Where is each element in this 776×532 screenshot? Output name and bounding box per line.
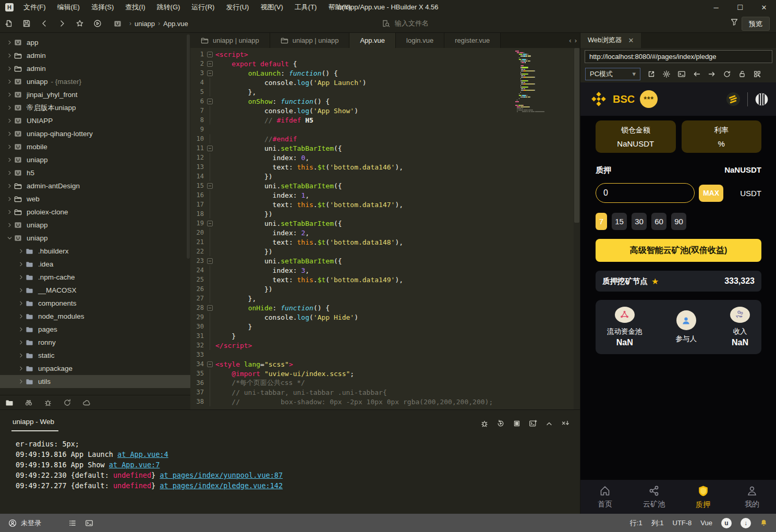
tree-item[interactable]: unpackage [0, 362, 190, 375]
cloud-pool-button[interactable]: 高级智能云矿池(双倍收益) [596, 239, 761, 262]
fold-icon[interactable]: − [207, 256, 213, 265]
chevron-right-icon[interactable] [17, 287, 26, 294]
tree-item[interactable]: uniapp [0, 153, 190, 166]
chevron-right-icon[interactable] [17, 248, 26, 255]
chevron-right-icon[interactable] [17, 261, 26, 268]
chevron-right-icon[interactable] [5, 183, 14, 189]
tree-item[interactable]: components [0, 297, 190, 310]
fold-icon[interactable]: − [207, 303, 213, 312]
forward-icon[interactable] [53, 19, 71, 28]
debug-icon[interactable] [480, 419, 489, 428]
save-icon[interactable] [18, 19, 35, 28]
amount-input[interactable] [596, 183, 695, 203]
chevron-right-icon[interactable] [5, 117, 14, 124]
chevron-right-icon[interactable] [5, 65, 14, 72]
tree-item[interactable]: pages [0, 323, 190, 336]
breadcrumb-file[interactable]: App.vue [163, 20, 188, 28]
tree-item[interactable]: mobile [0, 140, 190, 153]
chevron-right-icon[interactable] [5, 39, 14, 46]
maximize-button[interactable]: ☐ [728, 0, 752, 15]
nav-home[interactable]: 首页 [580, 480, 629, 514]
tree-item[interactable]: utils [0, 375, 190, 388]
menu-item[interactable]: 编辑(E) [52, 0, 86, 15]
statusbar-item[interactable]: UTF-8 [673, 519, 692, 527]
file-explorer-icon[interactable] [5, 398, 14, 407]
tree-item[interactable]: admin [0, 62, 190, 75]
language-globe-icon[interactable] [755, 92, 769, 106]
chevron-right-icon[interactable] [5, 196, 14, 202]
chevron-right-icon[interactable] [5, 78, 14, 85]
tree-item[interactable]: UNIAPP [0, 114, 190, 127]
fold-icon[interactable]: − [207, 68, 213, 78]
editor-tab[interactable]: login.vue [396, 32, 444, 48]
tree-item[interactable]: poloiex-clone [0, 205, 190, 219]
statusbar-item[interactable]: 行:1 [630, 518, 642, 528]
open-external-icon[interactable] [647, 70, 656, 78]
new-file-icon[interactable] [0, 19, 18, 28]
minimap[interactable] [515, 51, 572, 113]
fold-icon[interactable]: − [207, 181, 213, 190]
chevron-right-icon[interactable] [5, 130, 14, 137]
tree-item[interactable]: jinpai_yhyl_front [0, 88, 190, 101]
chevron-right-icon[interactable] [5, 104, 14, 111]
lock-icon[interactable] [738, 70, 746, 78]
tree-item[interactable]: uniapp [0, 219, 190, 232]
chevron-right-icon[interactable] [17, 365, 26, 372]
terminal-icon[interactable] [85, 519, 93, 527]
chevron-right-icon[interactable] [5, 222, 14, 228]
debug-icon[interactable] [44, 398, 52, 407]
settings-icon[interactable] [662, 70, 671, 78]
fold-icon[interactable]: − [207, 50, 213, 59]
menu-item[interactable]: 选择(S) [86, 0, 119, 15]
editor-tab[interactable]: uniapp | uniapp [190, 32, 270, 48]
code-editor[interactable]: 1−<script>2− export default {3− onLaunch… [190, 48, 580, 409]
account-badge[interactable]: *** [640, 90, 658, 108]
editor-tab[interactable]: register.vue [444, 32, 501, 48]
tree-item[interactable]: admin [0, 49, 190, 62]
uniapp-badge-icon[interactable]: u [721, 518, 732, 528]
tree-item[interactable]: uniapp-qihang-lottery [0, 127, 190, 140]
breadcrumb-project[interactable]: uniapp [135, 20, 155, 28]
menu-item[interactable]: 工具(T) [289, 0, 323, 15]
tree-item[interactable]: h5 [0, 166, 190, 179]
console-source-link[interactable]: at App.vue:7 [109, 461, 160, 469]
refresh-icon[interactable] [723, 70, 731, 78]
download-icon[interactable]: ↓ [741, 518, 751, 528]
collapse-icon[interactable] [545, 419, 553, 428]
tree-item[interactable]: admin-antDesign [0, 179, 190, 192]
chevron-right-icon[interactable] [5, 209, 14, 215]
stop-icon[interactable] [513, 419, 521, 428]
nav-user[interactable]: 我的 [728, 480, 776, 514]
fold-icon[interactable]: − [207, 359, 213, 369]
nav-forward-icon[interactable] [708, 70, 716, 78]
chevron-right-icon[interactable] [5, 156, 14, 163]
chevron-right-icon[interactable] [5, 91, 14, 98]
search-icon[interactable] [25, 398, 33, 407]
bookmark-icon[interactable] [71, 19, 89, 28]
chevron-right-icon[interactable] [5, 143, 14, 150]
editor-scrollbar[interactable] [574, 48, 580, 409]
menu-item[interactable]: 视图(V) [254, 0, 288, 15]
nav-mining-pool[interactable]: 云矿池 [629, 480, 678, 514]
menu-item[interactable]: 运行(R) [186, 0, 220, 15]
chevron-right-icon[interactable] [5, 170, 14, 176]
tab-scroll-right-icon[interactable]: › [575, 37, 577, 44]
tree-item[interactable]: __MACOSX [0, 284, 190, 297]
chevron-right-icon[interactable] [17, 339, 26, 346]
chevron-right-icon[interactable] [5, 52, 14, 59]
tree-item[interactable]: .idea [0, 258, 190, 271]
console-source-link[interactable]: at App.vue:4 [117, 450, 168, 458]
tree-item[interactable]: app [0, 36, 190, 49]
cloud-icon[interactable] [82, 398, 91, 407]
tree-item[interactable]: static [0, 349, 190, 362]
console-source-link[interactable]: at pages/index/yunpool.vue:87 [160, 471, 283, 479]
chevron-right-icon[interactable] [17, 326, 26, 333]
breadcrumb[interactable]: › uniapp › App.vue [114, 20, 188, 28]
editor-tab[interactable]: App.vue [349, 32, 396, 48]
day-chip[interactable]: 7 [596, 213, 607, 230]
url-input[interactable] [585, 50, 772, 63]
chevron-right-icon[interactable] [17, 300, 26, 307]
login-status[interactable]: 未登录 [8, 518, 41, 528]
tree-item[interactable]: web [0, 192, 190, 205]
editor-tab[interactable]: uniapp | uniapp [270, 32, 350, 48]
